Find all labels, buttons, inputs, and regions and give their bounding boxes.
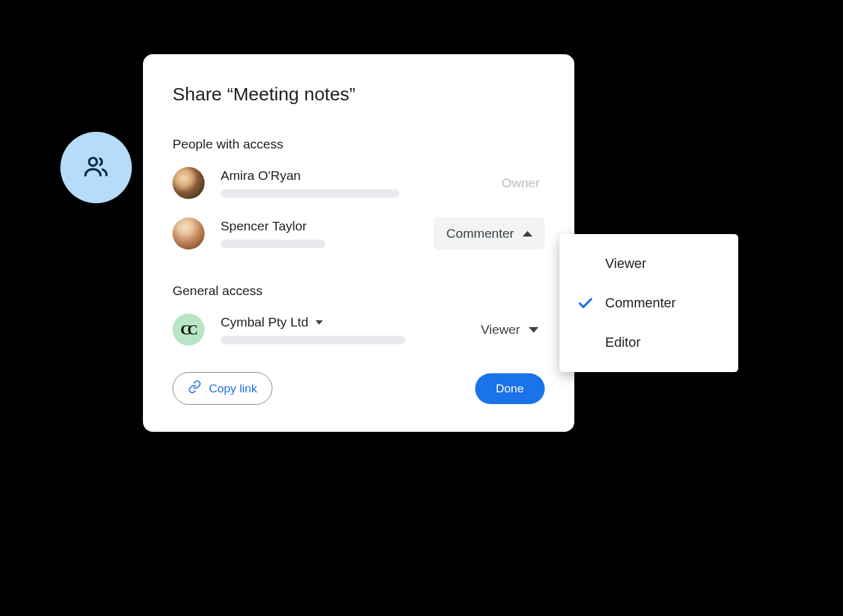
general-access-heading: General access [173,283,545,298]
role-dropdown-label: Commenter [446,226,514,241]
dialog-footer: Copy link Done [173,372,545,405]
people-icon [83,153,110,182]
menu-item-label: Editor [605,334,721,351]
role-dropdown-commenter[interactable]: Commenter [434,217,545,249]
org-logo-icon: CC [181,322,195,338]
done-button[interactable]: Done [475,373,545,404]
org-desc-placeholder [221,336,405,344]
general-access-row: CC Cymbal Pty Ltd Viewer [173,312,545,347]
check-icon [577,294,599,312]
org-scope-dropdown[interactable]: Cymbal Pty Ltd [221,315,474,330]
menu-item-label: Commenter [605,295,721,311]
share-dialog: Share “Meeting notes” People with access… [143,54,574,432]
access-row-commenter: Spencer Taylor Commenter [173,216,545,251]
email-placeholder [221,189,399,198]
caret-up-icon [523,231,532,237]
person-info: Spencer Taylor [221,219,434,248]
person-name: Spencer Taylor [221,219,434,233]
email-placeholder [221,240,325,248]
access-row-owner: Amira O'Ryan Owner [173,165,545,201]
svg-point-0 [89,158,97,166]
menu-item-label: Viewer [605,256,721,272]
role-label-owner: Owner [497,176,545,190]
avatar [173,217,205,249]
menu-item-editor[interactable]: Editor [560,323,738,362]
org-avatar: CC [173,314,205,346]
people-access-heading: People with access [173,137,545,152]
avatar [173,167,205,199]
copy-link-label: Copy link [209,382,257,395]
role-dropdown-menu: Viewer Commenter Editor [560,234,738,372]
copy-link-button[interactable]: Copy link [173,372,272,405]
menu-item-commenter[interactable]: Commenter [560,283,738,323]
role-dropdown-general[interactable]: Viewer [474,318,545,341]
person-name: Amira O'Ryan [221,168,497,183]
org-name: Cymbal Pty Ltd [221,315,308,330]
people-icon-badge [60,132,132,203]
person-info: Amira O'Ryan [221,168,497,198]
link-icon [188,380,202,397]
role-dropdown-label: Viewer [481,322,520,337]
menu-item-viewer[interactable]: Viewer [560,244,738,283]
caret-down-icon [316,320,323,325]
org-info: Cymbal Pty Ltd [221,315,474,344]
dialog-title: Share “Meeting notes” [173,84,545,105]
caret-down-icon [529,327,539,333]
